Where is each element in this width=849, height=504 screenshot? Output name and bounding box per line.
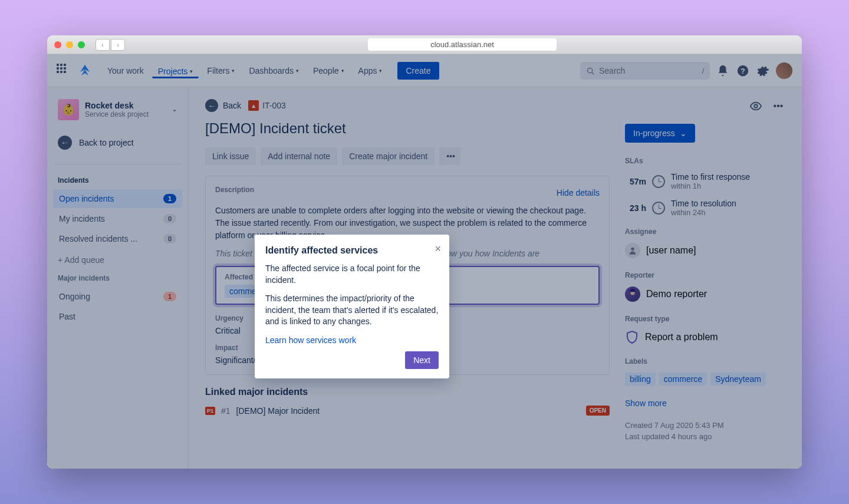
status-dropdown[interactable]: In-progress⌄ [625,124,695,143]
sidebar-item-resolved-incidents[interactable]: Resolved incidents ...0 [53,229,182,248]
browser-forward[interactable]: › [111,39,125,51]
more-icon[interactable]: ••• [771,99,785,113]
app-switcher-icon[interactable] [57,64,71,78]
url-bar[interactable]: cloud.atlassian.net [368,38,557,51]
project-type: Service desk project [85,110,149,118]
back-to-project[interactable]: ← Back to project [53,130,182,156]
created-date: Created 7 Aug 2020 5:43 PM [625,421,785,430]
sla-sub: within 1h [671,182,750,190]
hide-details-link[interactable]: Hide details [557,188,600,197]
chevron-down-icon: ▾ [341,68,344,74]
sidebar: 👶 Rocket desk Service desk project ⌄ ← B… [47,87,189,469]
search-box: / [580,62,710,80]
nav-people[interactable]: People▾ [307,64,350,78]
learn-more-link[interactable]: Learn how services work [265,335,356,345]
slas-heading: SLAs [625,157,785,165]
create-major-incident-button[interactable]: Create major incident [342,147,435,165]
notifications-icon[interactable] [716,64,730,78]
svg-text:?: ? [741,66,745,75]
issue-title[interactable]: [DEMO] Incident ticket [205,120,610,137]
sidebar-item-ongoing[interactable]: Ongoing1 [53,287,182,306]
incident-type-icon: ▲ [248,100,259,111]
sla-label: Time to first response [671,172,750,182]
sidebar-item-label: Resolved incidents ... [59,234,137,243]
chevron-down-icon: ▾ [379,68,382,74]
linked-incidents-heading: Linked major incidents [205,387,610,397]
sla-resolution: 23 h Time to resolutionwithin 24h [625,199,785,217]
nav-filters[interactable]: Filters▾ [201,64,241,78]
linked-incident-title[interactable]: [DEMO] Major Incident [236,406,320,416]
priority-icon: P1 [205,407,215,415]
label-chip[interactable]: Sydneyteam [710,373,766,386]
search-input[interactable] [580,62,710,80]
browser-titlebar: ‹ › cloud.atlassian.net [47,35,802,54]
create-button[interactable]: Create [397,62,439,80]
back-arrow-icon: ← [58,136,72,150]
sidebar-item-my-incidents[interactable]: My incidents0 [53,209,182,228]
chevron-down-icon: ⌄ [680,129,687,138]
sla-time: 23 h [625,203,646,213]
project-name: Rocket desk [85,101,149,110]
divider [53,164,182,164]
nav-dashboards[interactable]: Dashboards▾ [243,64,305,78]
link-issue-button[interactable]: Link issue [205,147,256,165]
issue-key[interactable]: ▲ IT-003 [248,100,286,111]
issue-key-text: IT-003 [262,101,286,110]
description-label: Description [215,186,254,194]
settings-icon[interactable] [756,64,770,78]
user-avatar[interactable] [776,62,792,79]
add-queue[interactable]: + Add queue [53,249,182,271]
chevron-down-icon[interactable]: ⌄ [172,105,177,113]
next-button[interactable]: Next [405,351,439,369]
onboarding-popup: × Identify affected services The affecte… [255,235,449,378]
nav-projects[interactable]: Projects▾ [152,64,199,78]
labels-field[interactable]: billing commerce Sydneyteam [625,373,785,386]
svg-line-1 [592,73,594,74]
minimize-window[interactable] [66,41,73,48]
maximize-window[interactable] [78,41,85,48]
chevron-down-icon: ▾ [296,68,299,74]
nav-your-work[interactable]: Your work [101,64,150,78]
close-icon[interactable]: × [435,243,441,255]
request-type-field[interactable]: Report a problem [625,330,785,344]
clock-icon [652,202,665,215]
count-badge: 1 [163,292,176,301]
sidebar-item-past[interactable]: Past [53,307,182,326]
browser-back[interactable]: ‹ [96,39,110,51]
popup-paragraph: This determines the impact/priority of t… [265,293,439,328]
sla-sub: within 24h [671,208,736,217]
clock-icon [652,175,665,188]
reporter-field[interactable]: Demo reporter [625,286,785,302]
jira-logo-icon[interactable] [78,64,92,78]
show-more-link[interactable]: Show more [625,398,785,408]
avatar [625,243,640,258]
count-badge: 0 [163,214,176,223]
label-chip[interactable]: commerce [659,373,707,386]
popup-title: Identify affected services [265,245,439,256]
avatar [625,286,640,302]
chevron-down-icon: ▾ [232,68,235,74]
sidebar-item-label: Open incidents [59,194,114,203]
project-header[interactable]: 👶 Rocket desk Service desk project ⌄ [53,99,182,130]
assignee-heading: Assignee [625,228,785,236]
linked-incident-row[interactable]: P1 #1 [DEMO] Major Incident OPEN [205,406,610,416]
sidebar-item-label: Past [59,312,75,321]
label-chip[interactable]: billing [625,373,656,386]
close-window[interactable] [54,41,61,48]
add-internal-note-button[interactable]: Add internal note [261,147,337,165]
more-actions-button[interactable]: ••• [439,147,460,165]
section-incidents: Incidents [53,173,182,188]
count-badge: 1 [163,194,176,203]
project-icon: 👶 [58,99,79,120]
sidebar-item-open-incidents[interactable]: Open incidents1 [53,189,182,208]
nav-apps[interactable]: Apps▾ [353,64,389,78]
assignee-field[interactable]: [user name] [625,243,785,258]
count-badge: 0 [163,234,176,243]
back-button[interactable]: ← Back [205,99,241,112]
search-icon [586,67,595,76]
labels-heading: Labels [625,357,785,365]
watch-icon[interactable] [749,99,763,113]
sidebar-item-label: Ongoing [59,292,90,301]
back-label: Back [223,101,241,110]
help-icon[interactable]: ? [736,64,750,78]
